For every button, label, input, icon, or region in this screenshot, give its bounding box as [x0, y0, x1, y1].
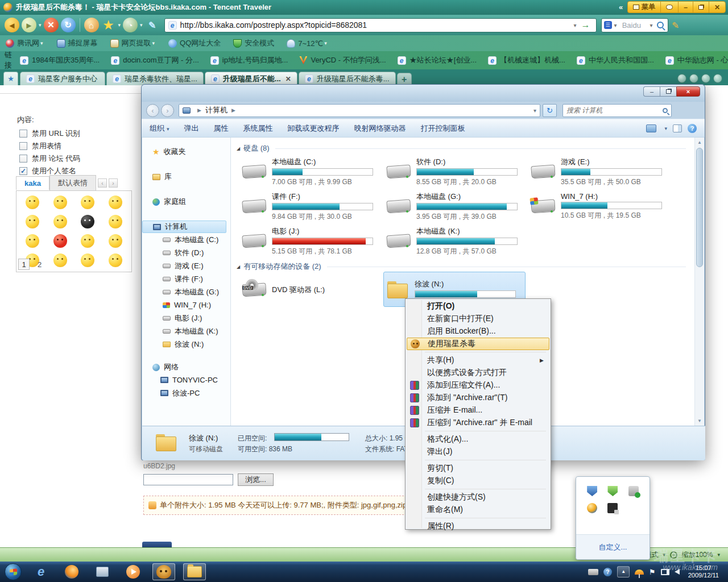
- sidebar-drive-d[interactable]: 软件 (D:): [142, 246, 230, 259]
- menu-item-share[interactable]: 共享(H)▶: [407, 354, 549, 367]
- refresh-button[interactable]: ↻: [543, 104, 557, 117]
- section-header-harddisks[interactable]: ◢ 硬盘 (8): [237, 143, 686, 153]
- go-button[interactable]: →: [579, 20, 593, 30]
- favorites-caret-icon[interactable]: ▾: [118, 22, 121, 28]
- drive-j[interactable]: 电影 (J:) 5.15 GB 可用 , 共 78.1 GB: [239, 225, 381, 257]
- menu-item-format[interactable]: 格式化(A)...: [407, 433, 549, 446]
- feedback-button[interactable]: [660, 1, 678, 13]
- emote-tab-default[interactable]: 默认表情: [49, 175, 96, 190]
- checkbox-icon[interactable]: [19, 142, 27, 150]
- emote-prev-button[interactable]: ‹: [98, 178, 107, 188]
- menu-item-open[interactable]: 打开(O): [407, 300, 549, 313]
- customize-link[interactable]: 自定义...: [599, 542, 627, 552]
- menu-item-rising-scan[interactable]: 使用瑞星杀毒: [407, 338, 549, 350]
- favorites-button[interactable]: ★: [101, 18, 116, 32]
- menu-item-cut[interactable]: 剪切(T): [407, 462, 549, 475]
- scrollbar[interactable]: ▲ ▼: [694, 138, 704, 426]
- refresh-button[interactable]: ↻: [61, 18, 76, 32]
- collapse-chevron-icon[interactable]: «: [619, 3, 623, 11]
- speaker-icon[interactable]: [675, 569, 680, 575]
- close-button[interactable]: ×: [676, 86, 700, 97]
- sidebar-drive-c[interactable]: 本地磁盘 (C:): [142, 233, 230, 246]
- sidebar-drive-h[interactable]: WIN_7 (H:): [142, 298, 230, 311]
- start-button[interactable]: [5, 563, 22, 580]
- sidebar-item-libraries[interactable]: 库: [142, 171, 230, 183]
- mode-caret-icon[interactable]: ▾: [663, 552, 665, 558]
- emote-tab-kaka[interactable]: kaka: [16, 176, 49, 190]
- sidebar-item-computer[interactable]: 计算机: [142, 221, 226, 233]
- action-center-flag-icon[interactable]: ⚑: [649, 568, 656, 576]
- device-icon[interactable]: [607, 503, 618, 513]
- keyboard-icon[interactable]: [588, 569, 598, 575]
- drive-d[interactable]: 软件 (D:) 8.55 GB 可用 , 共 20.0 GB: [383, 156, 526, 188]
- menu-item-open-new-window[interactable]: 在新窗口中打开(E): [407, 313, 549, 325]
- edit-pencil-icon[interactable]: ✏: [669, 19, 682, 32]
- browser-tab[interactable]: e瑞星杀毒软件、瑞星...: [106, 72, 204, 85]
- tab-list-button[interactable]: [701, 74, 710, 83]
- link-item[interactable]: e★站长论坛★[创业...: [398, 55, 477, 65]
- favorites-tab-button[interactable]: ★: [3, 72, 18, 85]
- taskbar-rising-antivirus[interactable]: [152, 563, 175, 580]
- emoticon[interactable]: [53, 215, 67, 228]
- drive-f[interactable]: 课件 (F:) 9.84 GB 可用 , 共 30.0 GB: [239, 190, 381, 222]
- maximize-button[interactable]: [660, 86, 676, 97]
- drive-k[interactable]: 本地磁盘 (K:) 12.8 GB 可用 , 共 57.0 GB: [383, 225, 526, 257]
- sidebar-drive-j[interactable]: 电影 (J:): [142, 311, 230, 325]
- search-box[interactable]: ☰ ▾ Baidu ▾: [601, 18, 668, 32]
- collapse-arrow-icon[interactable]: ◢: [237, 264, 240, 269]
- new-tab-button[interactable]: +: [397, 73, 412, 85]
- tool-weather[interactable]: 7~12℃▾: [287, 39, 328, 48]
- sidebar-drive-n[interactable]: 徐波 (N:): [142, 338, 230, 351]
- scroll-up-icon[interactable]: ▲: [697, 140, 702, 145]
- option-disable-bbcode[interactable]: 禁用 论坛 代码: [19, 153, 80, 164]
- menu-button[interactable]: 菜单: [627, 1, 660, 13]
- search-icon[interactable]: [663, 108, 668, 113]
- link-item[interactable]: e中华人民共和国国...: [577, 55, 654, 65]
- link-item[interactable]: e1984年国庆35周年...: [20, 55, 100, 65]
- forward-button[interactable]: ►: [22, 18, 36, 32]
- drive-c[interactable]: 本地磁盘 (C:) 7.00 GB 可用 , 共 9.99 GB: [239, 156, 381, 188]
- checkbox-checked-icon[interactable]: ✓: [19, 167, 27, 175]
- sidebar-drive-f[interactable]: 课件 (F:): [142, 272, 230, 285]
- browser-tab-active[interactable]: e升级瑞星后不能...✕: [205, 72, 297, 85]
- safely-remove-usb-icon[interactable]: [628, 486, 639, 496]
- taskbar-window[interactable]: [91, 563, 114, 580]
- menu-item-bitlocker[interactable]: 启用 BitLocker(B)...: [407, 325, 549, 338]
- option-disable-emotes[interactable]: 禁用表情: [19, 141, 61, 151]
- emote-next-button[interactable]: ›: [109, 178, 118, 188]
- link-item[interactable]: e中华励志网 - 心灵励...: [665, 55, 728, 65]
- browser-tab[interactable]: e瑞星客户服务中心: [20, 72, 105, 85]
- emoticon[interactable]: [81, 234, 94, 248]
- engine-caret-icon[interactable]: ▾: [612, 22, 619, 28]
- tab-scroll-right-button[interactable]: [689, 74, 698, 83]
- toolbar-control-panel[interactable]: 打开控制面板: [421, 123, 465, 134]
- tool-qq-site[interactable]: 腾讯网▾: [6, 38, 44, 48]
- emoticon[interactable]: [53, 253, 67, 267]
- breadcrumb[interactable]: ▶ 计算机 ▶ ▾: [179, 104, 540, 117]
- sidebar-item-network[interactable]: 网络: [142, 361, 230, 373]
- section-header-removable[interactable]: ◢ 有可移动存储的设备 (2): [237, 261, 686, 272]
- zoom-caret-icon[interactable]: ▾: [717, 552, 720, 558]
- help-button[interactable]: ?: [688, 124, 697, 133]
- link-item[interactable]: VeryCD - 不怕学问浅...: [299, 55, 386, 65]
- close-button[interactable]: ✕: [709, 1, 726, 13]
- menu-item-add-to-archive-rar[interactable]: 添加到 "Archive.rar"(T): [407, 392, 549, 404]
- menu-item-eject[interactable]: 弹出(J): [407, 446, 549, 458]
- tab-close-icon[interactable]: ✕: [286, 75, 291, 83]
- clean-brush-button[interactable]: ✎: [145, 18, 160, 32]
- sidebar-network-pc[interactable]: 徐波-PC: [142, 386, 230, 400]
- scrollbar-thumb[interactable]: [696, 148, 703, 267]
- browser-tab[interactable]: e升级瑞星后不能杀毒...: [299, 72, 396, 85]
- clock[interactable]: 15:07 2009/12/11: [685, 564, 725, 579]
- collapse-arrow-icon[interactable]: ◢: [237, 146, 240, 151]
- emoticon[interactable]: [81, 253, 94, 267]
- restore-button[interactable]: [693, 1, 709, 13]
- taskbar-browser-orb[interactable]: [60, 563, 83, 580]
- history-caret-icon[interactable]: ▾: [39, 22, 42, 28]
- explorer-search-box[interactable]: [562, 104, 672, 117]
- history-menu-caret-icon[interactable]: ▾: [140, 22, 143, 28]
- tab-extra-button[interactable]: [713, 74, 722, 83]
- emoticon[interactable]: [81, 215, 94, 228]
- preview-pane-button[interactable]: [673, 124, 682, 132]
- breadcrumb-arrow-icon[interactable]: ▶: [228, 107, 239, 113]
